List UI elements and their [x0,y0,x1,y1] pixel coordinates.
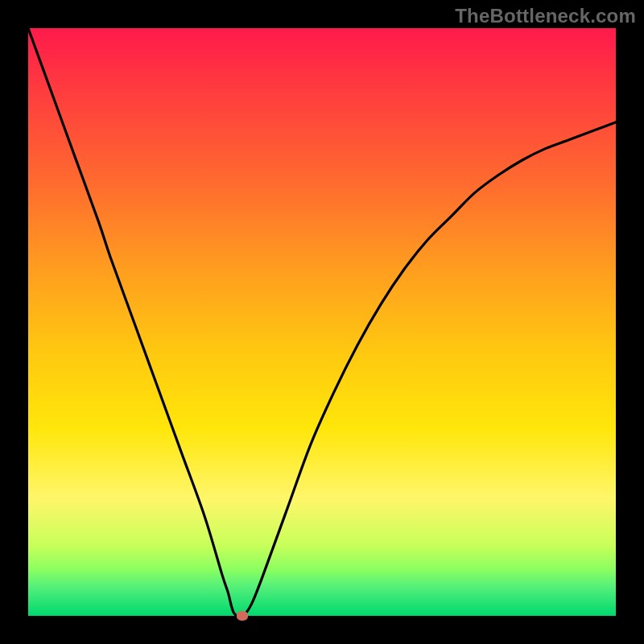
chart-frame: TheBottleneck.com [0,0,644,644]
minimum-marker [237,611,248,621]
bottleneck-curve [28,28,616,617]
plot-area [28,28,616,616]
watermark-text: TheBottleneck.com [455,5,636,27]
curve-svg [28,28,616,616]
